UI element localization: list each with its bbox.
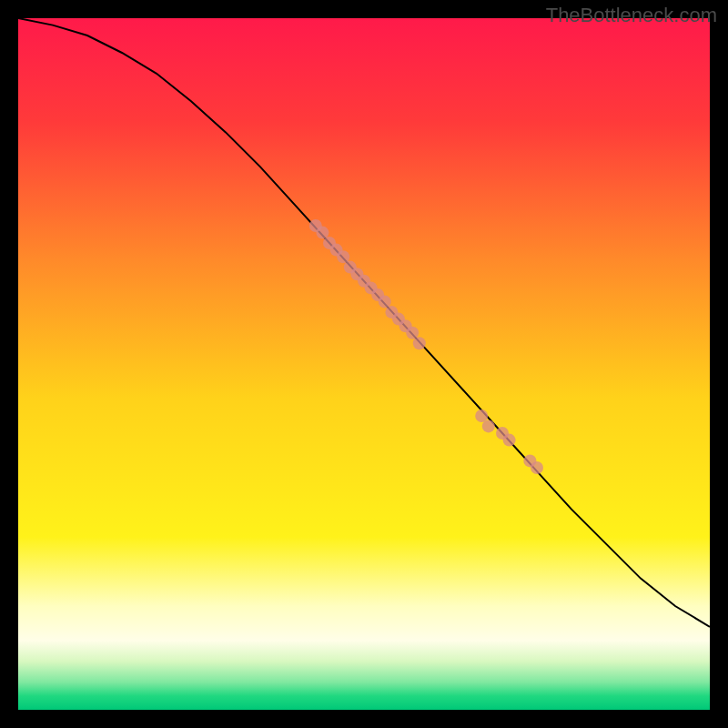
svg-point-18: [482, 420, 495, 432]
cluster-lower-dots: [475, 410, 543, 474]
cluster-upper-dots: [309, 219, 426, 349]
chart-frame: [18, 18, 710, 710]
svg-point-5: [337, 250, 349, 263]
watermark-text: TheBottleneck.com: [546, 4, 717, 27]
svg-point-16: [413, 337, 426, 349]
bottleneck-curve: [18, 18, 710, 627]
svg-point-17: [475, 410, 488, 422]
svg-point-20: [503, 434, 516, 447]
svg-point-2: [316, 227, 329, 239]
svg-point-11: [379, 296, 391, 308]
svg-point-15: [406, 327, 419, 339]
plot-area: [18, 18, 710, 710]
chart-svg: [18, 18, 710, 710]
svg-point-22: [531, 461, 543, 474]
